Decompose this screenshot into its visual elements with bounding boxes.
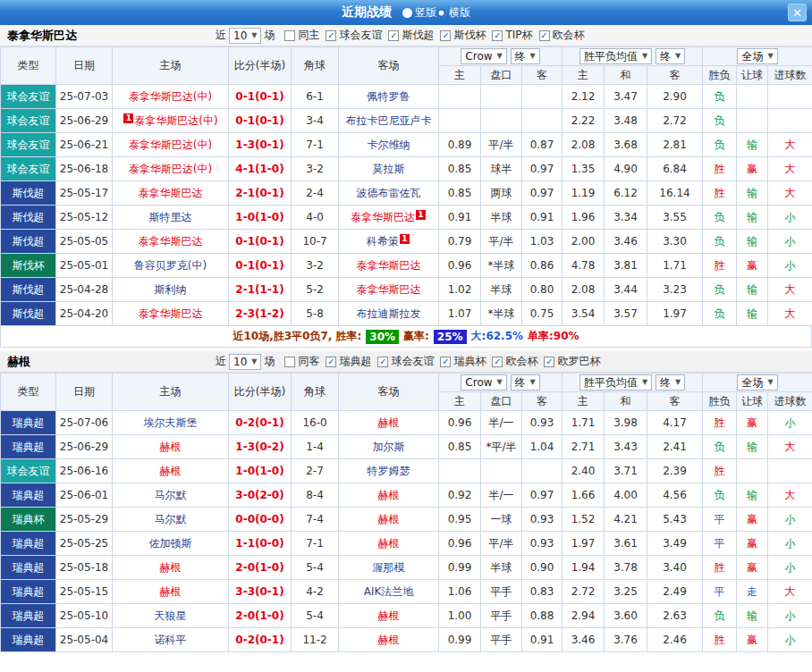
result-wdl: 胜 <box>703 157 737 181</box>
filter-option[interactable]: ✓球会友谊 <box>326 28 382 43</box>
filter-option[interactable]: ✓欧会杯 <box>539 28 585 43</box>
odds-home: 0.95 <box>439 508 481 532</box>
view-mode-option[interactable]: 横版 <box>436 5 470 21</box>
team-name-text: 卡尔维纳 <box>368 139 410 151</box>
filter-label: 欧会杯 <box>505 354 537 369</box>
filter-option[interactable]: ✓欧罗巴杯 <box>544 354 600 369</box>
odds-final-select[interactable]: 终▼ <box>511 48 540 64</box>
checkbox-icon[interactable]: ✓ <box>544 357 554 367</box>
team-name-text: 泰拿华斯巴达 <box>139 307 203 320</box>
result-handicap <box>737 85 768 109</box>
odds-home: 1.06 <box>439 580 481 604</box>
avg-odds-select[interactable]: 胜平负均值▼ <box>579 48 652 64</box>
avg-final-select[interactable]: 终▼ <box>656 374 685 391</box>
filter-bar: 赫根 近 10 ▼ 场 同客✓瑞典超✓球会友谊✓瑞典杯✓欧会杯✓欧罗巴杯 <box>0 351 812 373</box>
subcol-result-handicap: 让球 <box>737 66 768 85</box>
result-wdl: 负 <box>703 604 737 628</box>
team-section-hacken: 赫根 近 10 ▼ 场 同客✓瑞典超✓球会友谊✓瑞典杯✓欧会杯✓欧罗巴杯 类型 … <box>0 351 812 652</box>
cover-rate-badge: 25% <box>434 330 467 344</box>
radio-icon[interactable] <box>402 8 412 18</box>
filter-label: 欧罗巴杯 <box>557 354 600 369</box>
subcol-result-wdl: 胜负 <box>703 392 737 411</box>
scope-select[interactable]: 全场▼ <box>737 374 777 391</box>
avg-away: 2.46 <box>647 628 703 652</box>
col-score: 比分(半场) <box>229 47 292 85</box>
odds-company-select[interactable]: Crow▼ <box>461 374 506 391</box>
checkbox-icon[interactable]: ✓ <box>539 30 550 41</box>
match-count-select[interactable]: 10 ▼ <box>229 354 261 370</box>
close-button[interactable]: ✕ <box>788 4 807 21</box>
filter-option[interactable]: ✓瑞典超 <box>326 354 371 369</box>
avg-odds-select[interactable]: 胜平负均值▼ <box>579 374 652 391</box>
away-team: 泰拿华斯巴达1 <box>339 206 439 230</box>
chevron-down-icon: ▼ <box>530 50 536 63</box>
odds-handicap: *半球 <box>481 254 522 278</box>
subcol-result-wdl: 胜负 <box>703 66 737 85</box>
checkbox-icon[interactable]: ✓ <box>440 30 451 41</box>
checkbox-icon[interactable]: ✓ <box>377 357 388 367</box>
odds-company-select[interactable]: Crow▼ <box>461 48 506 64</box>
result-goals: 小 <box>768 532 812 556</box>
checkbox-icon[interactable]: ✓ <box>492 30 503 41</box>
filter-option[interactable]: ✓斯伐杯 <box>440 28 486 43</box>
result-goals <box>768 85 812 109</box>
odds-home: 0.85 <box>439 157 481 181</box>
filter-option[interactable]: ✓瑞典杯 <box>440 354 486 369</box>
chevron-down-icon: ▼ <box>675 50 681 63</box>
checkbox-icon[interactable]: ✓ <box>492 357 503 367</box>
match-type: 瑞典超 <box>1 532 56 556</box>
checkbox-icon[interactable] <box>284 30 295 41</box>
match-type: 斯伐超 <box>1 278 56 302</box>
odds-company-value: Crow <box>465 50 492 63</box>
match-type: 斯伐杯 <box>1 254 56 278</box>
panel-title: 近期战绩 <box>342 4 392 21</box>
result-handicap: 输 <box>737 181 768 206</box>
avg-final-select[interactable]: 终▼ <box>656 48 685 64</box>
chevron-down-icon: ▼ <box>642 50 647 63</box>
avg-draw: 3.60 <box>605 604 647 628</box>
chevron-down-icon: ▼ <box>767 376 773 389</box>
filter-label: 球会友谊 <box>339 28 382 43</box>
view-mode-option[interactable]: 竖版 <box>402 5 436 21</box>
match-date: 25-05-01 <box>56 254 113 278</box>
matches-table: 类型 日期 主场 比分(半场) 角球 客场 Crow▼ 终▼ 胜平负均值▼ 终▼ <box>0 373 812 652</box>
team-name-text: 泰拿华斯巴达 <box>351 211 415 223</box>
subcol-avg-away: 客 <box>647 66 703 85</box>
team-name-text: 科希策 <box>367 235 399 248</box>
checkbox-icon[interactable]: ✓ <box>326 30 336 41</box>
filter-label: 同客 <box>298 354 319 369</box>
radio-icon[interactable] <box>436 8 446 18</box>
filter-option[interactable]: ✓TIP杯 <box>492 28 532 43</box>
odds-final-select[interactable]: 终▼ <box>511 374 540 391</box>
col-type: 类型 <box>1 374 56 411</box>
avg-draw: 3.47 <box>605 85 647 109</box>
team-name-text: 泰拿华斯巴达 <box>357 283 421 296</box>
chevron-down-icon: ▼ <box>530 376 536 389</box>
home-team: 泰拿华斯巴达 <box>113 230 229 254</box>
checkbox-icon[interactable] <box>284 357 295 367</box>
avg-odds-value: 胜平负均值 <box>584 50 638 63</box>
away-team: 赫根 <box>339 483 439 508</box>
filter-label: 斯伐杯 <box>453 28 486 43</box>
filter-option[interactable]: ✓球会友谊 <box>377 354 434 369</box>
checkbox-icon[interactable]: ✓ <box>440 357 451 367</box>
matches-tbody: 瑞典超25-07-06埃尔夫斯堡0-2(0-1)16-0赫根0.96半/一0.9… <box>1 411 812 652</box>
checkbox-icon[interactable]: ✓ <box>326 357 336 367</box>
scope-select[interactable]: 全场▼ <box>737 48 777 64</box>
filter-option[interactable]: ✓欧会杯 <box>492 354 537 369</box>
filter-option[interactable]: ✓斯伐超 <box>388 28 434 43</box>
result-wdl: 负 <box>703 278 737 302</box>
col-corner: 角球 <box>292 374 339 411</box>
odds-home <box>439 85 481 109</box>
filter-option[interactable]: 同客 <box>284 354 319 369</box>
result-goals: 大 <box>768 302 812 326</box>
match-count-select[interactable]: 10 ▼ <box>229 28 261 44</box>
odds-handicap: 半/一 <box>481 411 522 435</box>
match-type: 瑞典超 <box>1 580 56 604</box>
checkbox-icon[interactable]: ✓ <box>388 30 399 41</box>
filter-option[interactable]: 同主 <box>284 28 319 43</box>
team-name-text: 埃尔夫斯堡 <box>144 416 198 429</box>
filter-label: 同主 <box>298 28 319 43</box>
filter-checkboxes: 同主✓球会友谊✓斯伐超✓斯伐杯✓TIP杯✓欧会杯 <box>284 28 584 43</box>
home-team: 泰拿华斯巴达(中) <box>113 85 229 109</box>
